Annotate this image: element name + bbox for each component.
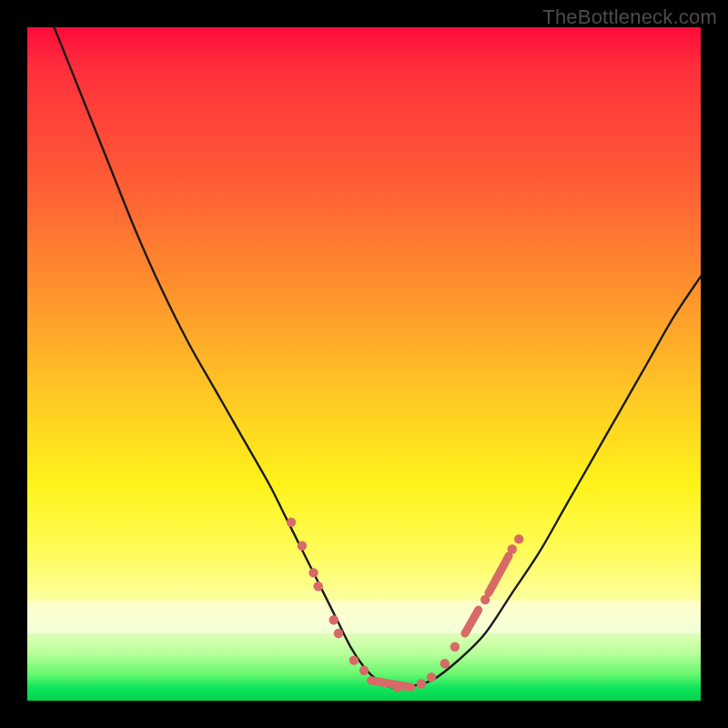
data-point — [349, 655, 359, 664]
data-point — [287, 518, 296, 527]
data-point — [334, 629, 343, 638]
marker-layer — [287, 518, 524, 693]
data-point — [417, 679, 426, 688]
data-point — [313, 581, 322, 591]
data-point — [298, 541, 307, 551]
data-point — [450, 642, 460, 652]
data-segment — [370, 681, 410, 687]
data-point — [427, 672, 436, 682]
chart-frame: TheBottleneck.com — [0, 0, 728, 728]
data-point — [440, 659, 450, 668]
bottleneck-curve — [55, 27, 701, 688]
data-segment — [489, 556, 509, 593]
curve-layer — [27, 27, 701, 701]
data-point — [308, 568, 318, 577]
data-point — [359, 666, 369, 675]
data-segment — [465, 610, 479, 633]
data-point — [514, 534, 523, 543]
watermark-label: TheBottleneck.com — [542, 5, 717, 29]
data-point — [329, 615, 339, 624]
